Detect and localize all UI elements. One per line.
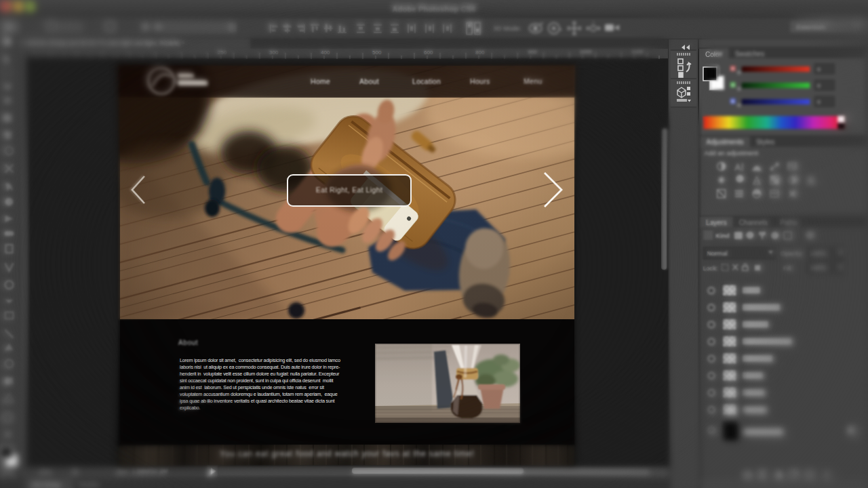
svg-text:1100: 1100 — [631, 49, 643, 56]
svg-text:Kind: Kind — [715, 232, 728, 239]
svg-text:800: 800 — [475, 49, 485, 56]
svg-text:0: 0 — [816, 83, 819, 89]
svg-text:Lock:: Lock: — [703, 265, 717, 272]
svg-text:0: 0 — [816, 67, 819, 73]
svg-text:Fill:: Fill: — [782, 265, 791, 272]
svg-text:600: 600 — [424, 49, 433, 56]
svg-text:300: 300 — [269, 49, 279, 56]
svg-text:1000: 1000 — [579, 49, 591, 56]
svg-text:250: 250 — [218, 49, 227, 56]
svg-text:3D Mode:: 3D Mode: — [493, 25, 521, 33]
svg-text:B: B — [730, 100, 734, 104]
svg-text:400: 400 — [321, 49, 330, 56]
svg-text:100%: 100% — [808, 250, 824, 257]
svg-text:Opacity:: Opacity: — [779, 250, 802, 257]
svg-text:900: 900 — [528, 49, 537, 56]
svg-text:0: 0 — [816, 100, 819, 106]
svg-text:500: 500 — [372, 49, 382, 56]
svg-text:G: G — [730, 83, 734, 88]
svg-text:R: R — [730, 67, 734, 72]
svg-text:Normal: Normal — [707, 250, 726, 257]
svg-text:100%: 100% — [808, 264, 824, 271]
svg-text:Essentials: Essentials — [795, 24, 825, 31]
